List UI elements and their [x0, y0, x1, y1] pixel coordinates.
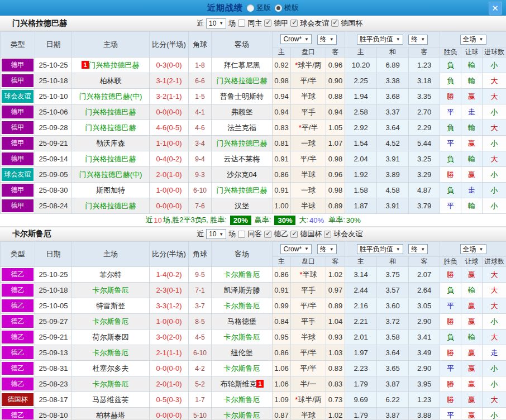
matches-table-away-team: 类型 日期 主场 比分(半场) 角球 客场 Crow* 终 胜平负均值 终 全场: [0, 241, 506, 420]
league-checkbox[interactable]: [264, 20, 271, 27]
league-checkbox[interactable]: [290, 231, 298, 238]
cell-result: 負: [440, 73, 461, 89]
cell-home-odds: 0.92: [273, 58, 291, 73]
cell-result: 平: [440, 408, 461, 420]
layout-radio-horizontal[interactable]: 横版: [275, 3, 299, 13]
cell-handicap-result: 赢: [461, 361, 483, 376]
cell-avg-away: 2.64: [409, 283, 440, 298]
cell-competition: 德乙: [1, 283, 35, 298]
avg-source-dropdown[interactable]: 胜平负均值: [357, 35, 403, 45]
league-label: 德国杯: [341, 18, 362, 28]
same-venue-checkbox[interactable]: [238, 231, 245, 238]
win-rate-badge: 20%: [230, 216, 251, 225]
cell-score: 1-4(0-2): [150, 267, 189, 283]
cell-avg-home: 2.01: [345, 330, 377, 345]
odds-final-dropdown[interactable]: 终: [317, 35, 337, 45]
col-header-type: 类型: [1, 32, 35, 58]
cell-home-team: 门兴格拉德巴赫: [72, 104, 150, 120]
cell-handicap-result: 赢: [461, 345, 483, 361]
same-venue-label: 同客: [247, 229, 262, 239]
competition-badge: 德甲: [2, 59, 34, 71]
league-checkbox[interactable]: [324, 231, 331, 238]
radio-icon[interactable]: [275, 4, 282, 12]
col-header-home: 主场: [72, 242, 150, 267]
team-name-text: 门兴格拉德巴赫: [85, 155, 136, 163]
team-name-text: 布轮斯维克: [220, 380, 256, 388]
cell-away-odds: 0.90: [326, 73, 345, 89]
cell-home-odds: 0.86: [273, 167, 291, 183]
cell-competition: 德乙: [1, 361, 35, 376]
games-count-select[interactable]: 10: [206, 18, 226, 28]
cell-goals-result: 大: [483, 120, 506, 136]
league-checkbox[interactable]: [290, 20, 298, 27]
odds-final-dropdown[interactable]: 终: [317, 244, 337, 254]
odds-source-dropdown[interactable]: Crow*: [280, 244, 312, 254]
cell-home-odds: 0.86: [273, 267, 291, 283]
cell-away-team: 凯泽斯劳滕: [212, 283, 273, 298]
cell-home-team: 荷尔斯泰因: [72, 330, 150, 345]
cell-avg-draw: 4.58: [377, 183, 409, 198]
cell-date: 25-10-10: [35, 89, 72, 104]
team-name-text: 杜塞尔多夫: [93, 364, 129, 373]
cell-competition: 德甲: [1, 104, 35, 120]
odds-group-header: Crow* 终: [273, 32, 345, 47]
handicap-rate-label: 赢率:: [255, 215, 271, 225]
cell-avg-away: 3.88: [409, 408, 440, 420]
cell-competition: 德甲: [1, 73, 35, 89]
competition-badge: 球会友谊: [2, 90, 34, 103]
scope-dropdown[interactable]: 全场: [460, 244, 486, 254]
team-name-text: 卡尔斯鲁厄: [224, 364, 260, 373]
team-name-text: 门兴格拉德巴赫: [89, 61, 140, 69]
cell-avg-away: 3.25: [409, 151, 440, 167]
cell-away-odds: 1.03: [326, 345, 345, 361]
cell-home-odds: 0.95: [273, 330, 291, 345]
team-name-text: 卡尔斯鲁厄: [224, 395, 260, 404]
same-venue-checkbox[interactable]: [238, 20, 245, 27]
match-row: 德甲25-10-18柏林联3-1(2-1)6-6门兴格拉德巴赫0.98平/半0.…: [1, 73, 506, 89]
cell-home-odds: 1.06: [273, 376, 291, 392]
cell-date: 25-09-28: [35, 120, 72, 136]
avg-group-header: 胜平负均值 终: [345, 32, 440, 47]
league-checkbox[interactable]: [331, 20, 338, 27]
league-label: 德甲: [274, 18, 288, 28]
cell-goals-result: 小: [483, 167, 506, 183]
cell-corners: 7-6: [189, 198, 212, 214]
cell-result: 負: [440, 283, 461, 298]
cell-away-odds: 0.73: [326, 392, 345, 408]
cell-corners: 9-5: [189, 267, 212, 283]
league-label: 球会友谊: [300, 18, 329, 28]
avg-final-dropdown[interactable]: 终: [408, 244, 428, 254]
team-name-text: 卡尔斯鲁厄: [93, 286, 129, 294]
match-row: 德乙25-10-25菲尔特1-4(0-2)9-5卡尔斯鲁厄0.86*半球1.02…: [1, 267, 506, 283]
scope-dropdown[interactable]: 全场: [460, 35, 486, 45]
competition-badge: 德甲: [2, 137, 34, 150]
cell-handicap-result: 赢: [461, 136, 483, 151]
cell-handicap-result: 輸: [461, 330, 483, 345]
cell-goals-result: 小: [483, 136, 506, 151]
avg-source-dropdown[interactable]: 胜平负均值: [357, 244, 403, 254]
layout-radio-vertical[interactable]: 竖版: [247, 3, 271, 13]
cell-date: 25-08-17: [35, 392, 72, 408]
cell-avg-away: 4.87: [409, 183, 440, 198]
cell-date: 25-09-27: [35, 314, 72, 330]
team-name: 卡尔斯鲁厄: [12, 229, 51, 239]
summary-count: 10: [154, 216, 161, 225]
match-row: 德甲25-10-06门兴格拉德巴赫0-0(0-0)4-1弗赖堡0.94平手0.9…: [1, 104, 506, 120]
col-header-home: 主场: [72, 32, 150, 58]
col-header-handicap: 盘口: [291, 47, 326, 58]
cell-score: 3-2(1-1): [150, 89, 189, 104]
games-count-select[interactable]: 10: [206, 229, 226, 239]
close-icon[interactable]: ✕: [489, 2, 502, 15]
cell-home-team: 马瑟维兹英: [72, 392, 150, 408]
cell-away-team: 布轮斯维克1: [212, 376, 273, 392]
avg-final-dropdown[interactable]: 终: [408, 35, 428, 45]
cell-handicap: 平/半: [291, 361, 326, 376]
cell-goals-result: 小: [483, 198, 506, 214]
league-checkbox[interactable]: [264, 231, 271, 238]
cell-away-odds: 0.94: [326, 104, 345, 120]
competition-badge: 德乙: [2, 315, 34, 328]
radio-icon[interactable]: [247, 4, 254, 12]
odds-source-dropdown[interactable]: Crow*: [280, 34, 312, 44]
cell-handicap: 平/半: [291, 73, 326, 89]
cell-handicap-result: 赢: [461, 167, 483, 183]
